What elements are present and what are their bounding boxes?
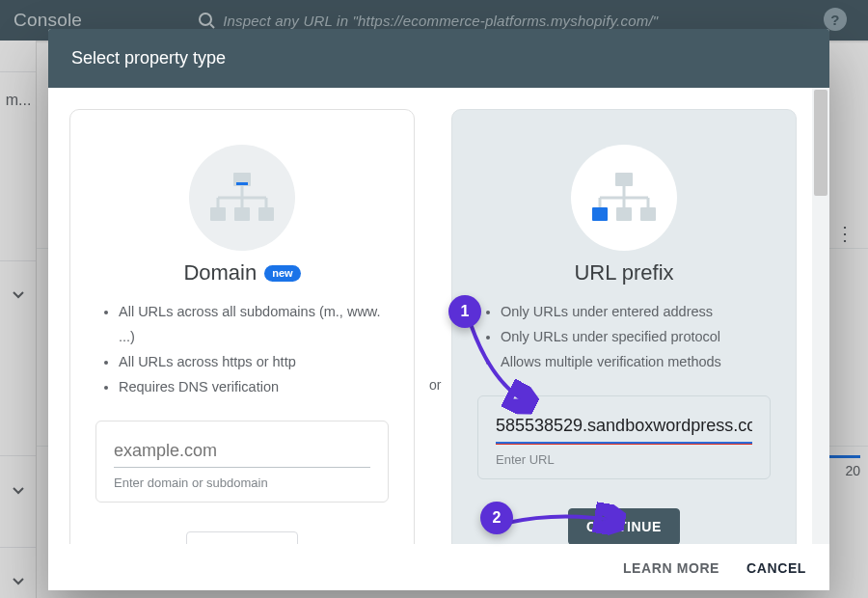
card-heading: URL prefix [477,260,771,285]
new-badge: new [264,265,300,282]
dialog-body: Domain new All URLs across all subdomain… [48,88,829,590]
svg-rect-18 [592,207,608,221]
domain-input-help: Enter domain or subdomain [114,476,370,490]
learn-more-link[interactable]: LEARN MORE [623,560,719,576]
list-item: All URLs across https or http [119,349,389,374]
urlprefix-input-help: Enter URL [496,452,752,467]
domain-input-group: Enter domain or subdomain [95,421,389,503]
dialog-scrollbar[interactable] [812,88,829,547]
svg-rect-3 [236,182,248,185]
list-item: All URLs across all subdomains (m., www.… [119,299,389,349]
option-card-domain[interactable]: Domain new All URLs across all subdomain… [69,109,415,590]
svg-rect-19 [616,207,632,221]
annotation-badge-2: 2 [480,502,513,534]
sitemap-icon [210,171,274,225]
svg-rect-20 [640,207,656,221]
scrollbar-thumb[interactable] [814,90,827,196]
svg-rect-11 [258,207,274,221]
sitemap-icon [592,171,656,225]
heading-text: URL prefix [574,260,673,285]
svg-rect-10 [234,207,250,221]
annotation-arrow-2 [502,502,637,540]
dialog-title: Select property type [48,29,829,88]
svg-rect-12 [615,173,633,186]
list-item: Requires DNS verification [119,374,389,399]
card-heading: Domain new [95,260,389,285]
heading-text: Domain [183,260,257,285]
dialog-footer: LEARN MORE CANCEL [48,544,829,590]
feature-list: All URLs across all subdomains (m., www.… [95,299,389,399]
or-separator: or [429,377,441,393]
select-property-type-dialog: Select property type Domain new [48,29,829,590]
svg-rect-9 [210,207,226,221]
domain-input[interactable] [114,437,370,468]
sitemap-illustration [571,145,677,251]
cancel-button[interactable]: CANCEL [746,560,806,576]
sitemap-illustration [189,145,295,251]
annotation-badge-1: 1 [448,295,481,328]
